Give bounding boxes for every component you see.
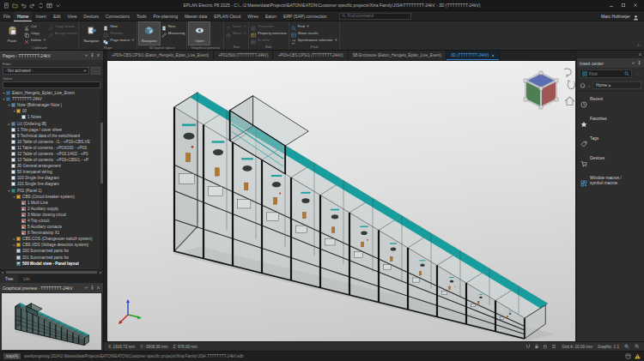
document-tab--p01-500-tttttttt-24kv-[interactable]: +P01/500 (TTTTTTTT-24kV): [214, 51, 273, 60]
value-input[interactable]: [3, 81, 100, 88]
menu-tab-file[interactable]: File: [0, 11, 14, 21]
close-icon[interactable]: [96, 286, 100, 290]
maximize-button[interactable]: [621, 3, 626, 8]
tree-vertical-scrollbar[interactable]: [100, 90, 103, 269]
insert-center-item-tags[interactable]: Tags: [579, 134, 642, 153]
close-icon[interactable]: [638, 52, 642, 57]
undo-icon[interactable]: [21, 3, 27, 9]
close-button[interactable]: [633, 3, 638, 8]
menu-tab-devices[interactable]: Devices: [80, 11, 102, 21]
new-document-icon[interactable]: [3, 3, 9, 9]
in-table-button[interactable]: In table: [251, 37, 287, 43]
pages-tab-tree[interactable]: Tree: [0, 274, 18, 283]
zoom-out-icon[interactable]: [635, 344, 640, 349]
insert-center-search-input[interactable]: Find: [580, 69, 632, 78]
tree-item-5-auxiliary-contacts[interactable]: 5 Auxiliary contacts: [0, 224, 103, 230]
document-tab-sb-enclosure-eaton-hengel[interactable]: SB.Enclosure (Eaton_Hengelo_Eplan_Live_E…: [349, 51, 447, 60]
home-view-icon[interactable]: [565, 97, 574, 105]
tree-item-13-table-of-contents-p03-cbs-1[interactable]: 13 Table of contents : +P03+CBS/1 - +P: [0, 157, 103, 163]
menu-tab-view[interactable]: View: [64, 11, 81, 21]
document-tab--p03-cbs-cps-1-eaton-heng[interactable]: +P03+CBS.CPS/1 (Eaton_Hengelo_Eplan_Live…: [107, 51, 214, 60]
home-icon[interactable]: [580, 82, 586, 88]
chevron-down-icon[interactable]: [84, 286, 88, 290]
navigator-button[interactable]: Navigator: [81, 22, 101, 45]
menu-tab-insert[interactable]: Insert: [32, 11, 50, 21]
tree-item-lu-ordering-ib-[interactable]: ▸LU (Ordering IB): [0, 120, 103, 126]
tree-item-100-single-line-diagram[interactable]: 100 Single line diagram: [0, 175, 103, 181]
back-icon[interactable]: ‹: [588, 83, 590, 88]
insert-center-item-favorites[interactable]: Favorites: [579, 114, 642, 133]
delete-button[interactable]: Delete▼: [24, 37, 46, 43]
move-button[interactable]: Move▼: [226, 30, 246, 36]
document-tab--p03-cbs-cps-1-tttttttt-2[interactable]: +P03+CBS.CPS/1 (TTTTTTTT-24kV): [273, 51, 348, 60]
assign-format-button[interactable]: Assign format: [48, 30, 77, 36]
tree-item-4-trip-circuit[interactable]: 4 Trip-circuit: [0, 218, 103, 224]
tree-item-30-general-arrangement[interactable]: 30 General arrangement: [0, 163, 103, 169]
filter-dropdown[interactable]: - Not activated - ▼: [3, 67, 89, 75]
tree-item-1-title-page-cover-sheet[interactable]: 1 Title page / cover sheet: [0, 127, 103, 133]
tree-item-eaton-hengelo-eplan-live-event[interactable]: ▾Eaton_Hengelo_Eplan_Live_Event: [0, 90, 103, 96]
close-tab-icon[interactable]: [491, 54, 495, 57]
find-button[interactable]: Find▼: [291, 23, 338, 29]
tree-item-10-table-of-contents-1-p03-cbs[interactable]: 10 Table of contents : /1 - +P03+CBS.VE: [0, 139, 103, 145]
properties-button[interactable]: Properties: [251, 23, 287, 29]
tree-item-tttttttt-24kv[interactable]: ▾TTTTTTTT-24kV: [0, 96, 103, 102]
synchronize-selection-button[interactable]: Synchronize selection▼: [291, 37, 338, 43]
view-cube[interactable]: [524, 71, 558, 109]
ribbon-collapse-icon[interactable]: ˄: [637, 44, 640, 48]
snap-icon[interactable]: [526, 344, 531, 349]
tree-item-6-terminalstrip-x1[interactable]: 6 Terminalstrip X1: [0, 230, 103, 236]
pin-icon[interactable]: [90, 53, 94, 57]
window-layout-icon[interactable]: [46, 3, 52, 9]
zoom-in-icon[interactable]: [624, 344, 629, 349]
tree-item-1-multi-line[interactable]: 1 Multi Line: [0, 200, 103, 206]
more-options-icon[interactable]: ⋯: [634, 69, 641, 78]
insert-center-item-recent[interactable]: Recent: [579, 94, 642, 113]
3d-viewport[interactable]: [107, 61, 575, 341]
menu-tab-tools[interactable]: Tools: [133, 11, 150, 21]
minimize-button[interactable]: [609, 3, 614, 8]
pin-icon[interactable]: [637, 61, 641, 65]
search-icon[interactable]: [624, 71, 629, 76]
tree-item-cbs-cos-changeover-switch-syst[interactable]: ▸CBS.COS (Changeover switch system): [0, 236, 103, 242]
menu-tab-erp-sap-connection[interactable]: ERP (SAP) connection: [280, 11, 331, 21]
chevron-down-icon[interactable]: [84, 53, 88, 57]
insert-center-item-devices[interactable]: Devices: [579, 153, 642, 172]
tree-item-12-table-of-contents-p03-1-402[interactable]: 12 Table of contents : +P03.1/402 - +P0: [0, 151, 103, 157]
tree-item-11-table-of-contents-p03-200-p[interactable]: 11 Table of contents : +P03/200 - +P03.: [0, 145, 103, 151]
tree-item-500-model-view-panel-layout[interactable]: 500 Model view - Panel layout: [0, 261, 103, 267]
tree-item-p01-panel-1-[interactable]: ▾P01 (Panel 1): [0, 188, 103, 194]
paste-button[interactable]: Paste: [2, 22, 22, 45]
find-command-input[interactable]: Find command: [339, 13, 411, 20]
tree-item-200-summarized-parts-list[interactable]: 200 Summarized parts list: [0, 248, 103, 254]
open-folder-icon[interactable]: [12, 3, 18, 9]
navigator-button[interactable]: Navigator: [139, 22, 160, 45]
insert-center-item-window[interactable]: Window macros / symbol macros: [579, 173, 642, 192]
pin-icon[interactable]: [90, 286, 94, 290]
chevron-down-icon[interactable]: [631, 61, 635, 65]
rotate-view-icon[interactable]: [564, 69, 574, 89]
tree-item-3-motor-closing-circuit[interactable]: 3 Motor closing circuit: [0, 212, 103, 218]
document-tab-3d-tttttttt-24kv-[interactable]: 3D (TTTTTTTT-24kV): [447, 51, 500, 60]
lock-open-icon[interactable]: [543, 344, 548, 349]
property-overview-button[interactable]: Property overview: [251, 30, 287, 36]
tree-item-101-single-line-diagram[interactable]: 101 Single line diagram: [0, 181, 103, 187]
tree-item-note-bidmanager-note-[interactable]: ▾Note (Bidmanager Note ): [0, 102, 103, 108]
menu-tab-home[interactable]: Home: [14, 11, 32, 21]
tree-item-00[interactable]: ▾00: [0, 108, 103, 114]
layers-icon[interactable]: [551, 344, 556, 349]
menu-tab-master-data[interactable]: Master data: [181, 11, 210, 21]
breadcrumb[interactable]: Home ▶: [592, 81, 641, 89]
tree-item-50-interpanel-wiring[interactable]: 50 Interpanel wiring: [0, 169, 103, 175]
customize-dropdown-icon[interactable]: [55, 3, 61, 9]
filter-more-button[interactable]: …: [91, 67, 100, 75]
close-icon[interactable]: [96, 53, 100, 57]
tree-item-cbs-circuit-breaker-system-[interactable]: ▾CBS (Circuit breaker system): [0, 194, 103, 200]
show-results-button[interactable]: Show results: [291, 30, 338, 36]
open-button[interactable]: Open: [189, 22, 210, 45]
tree-item-5-technical-data-of-the-switch[interactable]: 5 Technical data of the switchboard: [0, 133, 103, 139]
number-button[interactable]: #Number: [103, 30, 134, 36]
tree-item-2-auxiliary-supply[interactable]: 2 Auxiliary supply: [0, 206, 103, 212]
tree-item-201-summarized-parts-list[interactable]: 201 Summarized parts list: [0, 255, 103, 261]
tree-item-1-notes[interactable]: 1 Notes: [0, 114, 103, 120]
